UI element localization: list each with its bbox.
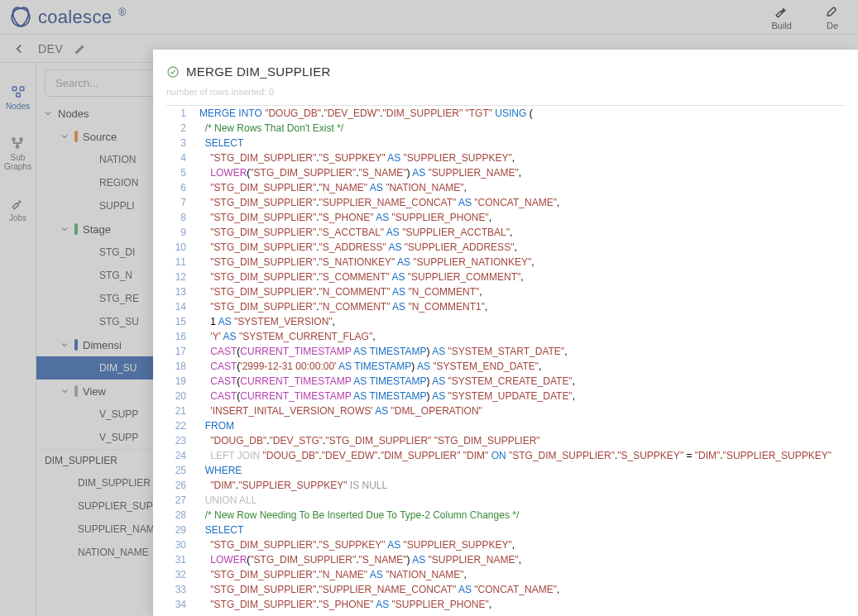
svg-point-7	[168, 67, 178, 77]
code-content[interactable]: MERGE INTO "DOUG_DB"."DEV_EDW"."DIM_SUPP…	[193, 106, 845, 616]
check-circle-icon	[166, 65, 180, 79]
modal-title: MERGE DIM_SUPPLIER	[186, 64, 331, 79]
modal-title-row: MERGE DIM_SUPPLIER	[166, 64, 845, 79]
code-editor[interactable]: 1234567891011121314151617181920212223242…	[166, 105, 845, 616]
sql-modal: MERGE DIM_SUPPLIER number of rows insert…	[153, 50, 858, 616]
code-gutter: 1234567891011121314151617181920212223242…	[166, 106, 193, 616]
modal-status: number of rows inserted: 0	[166, 87, 845, 97]
